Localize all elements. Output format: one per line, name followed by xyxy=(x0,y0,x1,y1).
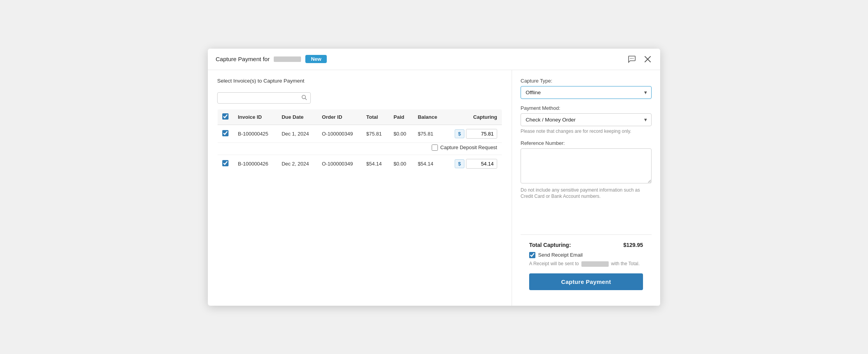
search-box xyxy=(217,92,311,104)
row2-balance: $54.14 xyxy=(413,155,445,173)
svg-point-0 xyxy=(630,58,631,59)
modal-body: Select Invoice(s) to Capture Payment xyxy=(208,70,660,306)
section-label: Select Invoice(s) to Capture Payment xyxy=(217,78,502,84)
deposit-checkbox-row: Capture Deposit Request xyxy=(222,144,497,151)
header-due-date: Due Date xyxy=(277,109,317,125)
capture-type-label: Capture Type: xyxy=(521,78,652,84)
send-receipt-checkbox[interactable] xyxy=(529,252,535,258)
table-header-row: Invoice ID Due Date Order ID Total Paid … xyxy=(218,109,502,125)
left-panel: Select Invoice(s) to Capture Payment xyxy=(208,70,512,306)
capture-type-select-wrapper: Offline Online xyxy=(521,86,652,99)
header-total: Total xyxy=(361,109,389,125)
header-checkbox-cell xyxy=(218,109,234,125)
payment-method-select-wrapper: Check / Money Order Cash Wire Transfer O… xyxy=(521,113,652,126)
right-panel: Capture Type: Offline Online Payment Met… xyxy=(512,70,660,306)
header-actions xyxy=(627,54,652,64)
modal-title: Capture Payment for New xyxy=(216,55,627,63)
receipt-note-prefix: A Receipt will be sent to xyxy=(529,261,579,266)
chat-button[interactable] xyxy=(627,54,637,64)
row1-paid: $0.00 xyxy=(389,125,413,143)
search-icon xyxy=(301,94,307,102)
row1-dollar-button[interactable]: $ xyxy=(455,129,464,138)
svg-point-1 xyxy=(631,58,632,59)
receipt-note-suffix: with the Total. xyxy=(611,261,639,266)
customer-name-blurred xyxy=(274,56,301,62)
capture-type-group: Capture Type: Offline Online xyxy=(521,78,652,99)
sensitive-note: Do not include any sensitive payment inf… xyxy=(521,187,652,200)
table-row: B-100000425 Dec 1, 2024 O-100000349 $75.… xyxy=(218,125,502,143)
send-receipt-label: Send Receipt Email xyxy=(538,252,583,258)
capture-type-select[interactable]: Offline Online xyxy=(521,86,652,99)
row2-checkbox[interactable] xyxy=(222,160,229,166)
deposit-request-checkbox[interactable] xyxy=(432,144,438,151)
row1-capturing-cell: $ xyxy=(445,125,502,143)
row2-dollar-button[interactable]: $ xyxy=(455,159,464,168)
row1-order-id: O-100000349 xyxy=(317,125,362,143)
close-button[interactable] xyxy=(643,55,652,64)
reference-number-textarea[interactable] xyxy=(521,148,652,183)
row1-invoice-id: B-100000425 xyxy=(233,125,277,143)
capture-payment-modal: Capture Payment for New xyxy=(208,49,660,306)
receipt-note: A Receipt will be sent to with the Total… xyxy=(529,261,643,267)
payment-method-label: Payment Method: xyxy=(521,105,652,111)
row2-checkbox-cell xyxy=(218,155,234,173)
select-all-checkbox[interactable] xyxy=(222,113,229,120)
header-paid: Paid xyxy=(389,109,413,125)
header-invoice-id: Invoice ID xyxy=(233,109,277,125)
header-balance: Balance xyxy=(413,109,445,125)
receipt-row: Send Receipt Email xyxy=(529,252,643,258)
payment-method-group: Payment Method: Check / Money Order Cash… xyxy=(521,105,652,134)
row1-due-date: Dec 1, 2024 xyxy=(277,125,317,143)
total-capturing-label: Total Capturing: xyxy=(529,242,571,248)
search-input[interactable] xyxy=(221,95,301,101)
modal-title-text: Capture Payment for xyxy=(216,56,269,62)
bottom-section: Total Capturing: $129.95 Send Receipt Em… xyxy=(521,234,652,298)
row2-invoice-id: B-100000426 xyxy=(233,155,277,173)
deposit-request-row: Capture Deposit Request xyxy=(218,143,502,155)
deposit-request-label: Capture Deposit Request xyxy=(440,144,497,150)
capture-payment-button[interactable]: Capture Payment xyxy=(529,273,643,290)
row1-balance: $75.81 xyxy=(413,125,445,143)
payment-method-note: Please note that changes are for record … xyxy=(521,129,652,134)
payment-method-select[interactable]: Check / Money Order Cash Wire Transfer O… xyxy=(521,113,652,126)
row2-amount-cell: $ xyxy=(450,159,497,169)
reference-number-label: Reference Number: xyxy=(521,140,652,146)
row1-checkbox[interactable] xyxy=(222,130,229,136)
row1-checkbox-cell xyxy=(218,125,234,143)
row1-amount-cell: $ xyxy=(450,129,497,139)
row1-amount-input[interactable] xyxy=(466,129,497,139)
new-badge: New xyxy=(305,55,327,63)
recipient-email-blurred xyxy=(581,261,609,267)
svg-point-2 xyxy=(633,58,634,59)
total-capturing-value: $129.95 xyxy=(623,242,643,248)
svg-line-6 xyxy=(305,98,307,100)
table-row: B-100000426 Dec 2, 2024 O-100000349 $54.… xyxy=(218,155,502,173)
row2-paid: $0.00 xyxy=(389,155,413,173)
row1-total: $75.81 xyxy=(361,125,389,143)
row2-capturing-cell: $ xyxy=(445,155,502,173)
header-order-id: Order ID xyxy=(317,109,362,125)
reference-number-group: Reference Number: Do not include any sen… xyxy=(521,140,652,200)
row2-order-id: O-100000349 xyxy=(317,155,362,173)
row2-total: $54.14 xyxy=(361,155,389,173)
total-row: Total Capturing: $129.95 xyxy=(529,242,643,248)
header-capturing: Capturing xyxy=(445,109,502,125)
row2-due-date: Dec 2, 2024 xyxy=(277,155,317,173)
deposit-request-cell: Capture Deposit Request xyxy=(218,143,502,155)
modal-header: Capture Payment for New xyxy=(208,49,660,70)
row2-amount-input[interactable] xyxy=(466,159,497,169)
invoice-table: Invoice ID Due Date Order ID Total Paid … xyxy=(217,109,502,173)
